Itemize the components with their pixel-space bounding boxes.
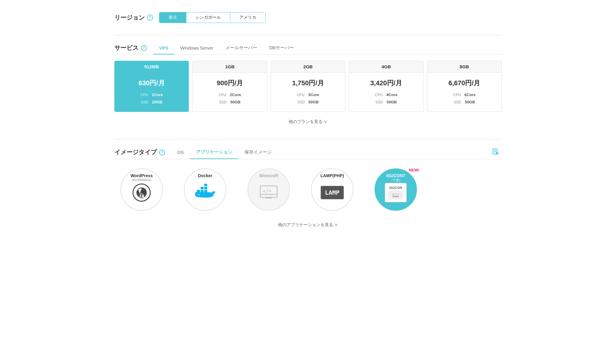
- svg-rect-8: [204, 190, 207, 192]
- plan-body-8gb: 6,670円/月 CPU 6Core SSD 50GB: [428, 73, 501, 112]
- app-item-isucon[interactable]: NEW! ISUCON7 (予選) ISUCON 📖: [369, 168, 423, 211]
- service-header: サービス ? VPS Windows Server メールサーバー DBサーバー: [114, 41, 502, 54]
- region-tab-tokyo[interactable]: 東京: [159, 12, 186, 23]
- region-tabs: 東京 シンガポール アメリカ: [159, 12, 266, 23]
- plan-price-8gb: 6,670円/月: [432, 79, 496, 88]
- service-tab-mail[interactable]: メールサーバー: [219, 41, 263, 54]
- plan-price-4gb: 3,420円/月: [354, 79, 418, 88]
- plan-header-4gb: 4GB: [349, 61, 423, 73]
- plan-price-1gb: 900円/月: [198, 79, 262, 88]
- svg-text:</>: </>: [263, 188, 271, 194]
- plan-card-1gb[interactable]: 1GB 900円/月 CPU 2Core SSD 50GB: [192, 61, 267, 112]
- image-section: イメージタイプ ? OS アプリケーション 保存イメージ: [114, 145, 502, 230]
- service-help-icon[interactable]: ?: [141, 45, 147, 51]
- app-name-minecraft: Minecraft: [248, 173, 289, 178]
- image-type-title: イメージタイプ: [114, 148, 157, 156]
- new-badge-isucon: NEW!: [409, 168, 419, 172]
- svg-rect-7: [201, 190, 204, 192]
- plan-body-4gb: 3,420円/月 CPU 4Core SSD 50GB: [349, 73, 423, 112]
- plan-card-2gb[interactable]: 2GB 1,750円/月 CPU 3Core SSD 50GB: [271, 61, 345, 112]
- divider-1: [114, 35, 502, 35]
- region-tab-america[interactable]: アメリカ: [230, 12, 265, 23]
- plan-card-512mb[interactable]: 512MB 630円/月 CPU 1Core SSD 20GB: [114, 61, 189, 112]
- plan-price-512mb: 630円/月: [120, 79, 184, 88]
- app-circle-isucon: ISUCON7 (予選) ISUCON 📖: [375, 168, 417, 211]
- app-icon-wordpress: [133, 184, 151, 202]
- image-section-header: イメージタイプ ? OS アプリケーション 保存イメージ: [114, 145, 502, 159]
- app-name-lamp: LAMP(PHP): [312, 173, 353, 178]
- image-tab-saved[interactable]: 保存イメージ: [238, 146, 278, 159]
- app-icon-minecraft: </>: [260, 185, 278, 200]
- service-tab-windows[interactable]: Windows Server: [174, 42, 219, 54]
- plan-body-2gb: 1,750円/月 CPU 3Core SSD 50GB: [271, 73, 345, 112]
- plan-header-2gb: 2GB: [271, 61, 345, 73]
- plan-price-2gb: 1,750円/月: [276, 79, 340, 88]
- svg-rect-10: [204, 187, 207, 189]
- svg-rect-11: [204, 184, 207, 186]
- plan-specs-2gb: CPU 3Core SSD 50GB: [276, 91, 340, 106]
- app-item-lamp[interactable]: LAMP(PHP) LAMP: [305, 168, 359, 211]
- app-name-wordpress: WordPress: [121, 173, 162, 178]
- divider-2: [114, 139, 502, 139]
- app-name-isucon: ISUCON7: [375, 173, 416, 178]
- see-more-apps[interactable]: 他のアプリケーションを見る ∨: [114, 220, 502, 230]
- plan-specs-8gb: CPU 6Core SSD 50GB: [432, 91, 496, 106]
- app-item-wordpress[interactable]: WordPress (KUSANAGI): [114, 168, 169, 211]
- image-search-icon[interactable]: [490, 145, 502, 159]
- service-tabs: VPS Windows Server メールサーバー DBサーバー: [153, 41, 502, 54]
- image-tab-app[interactable]: アプリケーション: [190, 146, 238, 159]
- app-icon-isucon: ISUCON 📖: [385, 183, 407, 202]
- app-icon-lamp: LAMP: [321, 186, 344, 199]
- plan-body-512mb: 630円/月 CPU 1Core SSD 20GB: [115, 73, 188, 112]
- svg-line-5: [498, 154, 499, 155]
- app-item-docker[interactable]: Docker: [178, 168, 232, 211]
- app-circle-docker: Docker: [184, 168, 226, 211]
- plan-specs-512mb: CPU 1Core SSD 20GB: [120, 91, 184, 106]
- page-container: リージョン ? 東京 シンガポール アメリカ サービス ? VPS Window…: [96, 0, 520, 242]
- app-item-minecraft[interactable]: Minecraft </>: [241, 168, 296, 211]
- svg-rect-9: [201, 187, 204, 189]
- image-type-help-icon[interactable]: ?: [159, 149, 165, 155]
- plan-body-1gb: 900円/月 CPU 2Core SSD 50GB: [193, 73, 267, 112]
- app-circle-wordpress: WordPress (KUSANAGI): [120, 168, 163, 211]
- region-title: リージョン: [114, 14, 145, 22]
- service-tab-vps[interactable]: VPS: [153, 42, 174, 54]
- service-section: サービス ? VPS Windows Server メールサーバー DBサーバー…: [114, 41, 502, 127]
- plan-header-1gb: 1GB: [193, 61, 267, 73]
- svg-point-13: [198, 194, 199, 195]
- region-header: リージョン ? 東京 シンガポール アメリカ: [114, 12, 502, 23]
- see-more-plans[interactable]: 他のプランを見る ∨: [114, 117, 502, 127]
- app-name-docker: Docker: [185, 173, 226, 178]
- plan-card-8gb[interactable]: 8GB 6,670円/月 CPU 6Core SSD 50GB: [427, 61, 502, 112]
- app-circle-lamp: LAMP(PHP) LAMP: [311, 168, 353, 211]
- plans-grid: 512MB 630円/月 CPU 1Core SSD 20GB 1GB 900円…: [114, 61, 502, 112]
- app-circle-minecraft: Minecraft </>: [247, 168, 290, 211]
- plan-specs-1gb: CPU 2Core SSD 50GB: [198, 91, 262, 106]
- service-title: サービス: [114, 44, 139, 52]
- chevron-down-apps-icon: ∨: [334, 222, 338, 227]
- plan-card-4gb[interactable]: 4GB 3,420円/月 CPU 4Core SSD 50GB: [349, 61, 423, 112]
- chevron-down-icon: ∨: [324, 119, 327, 124]
- app-sub-isucon: (予選): [375, 178, 416, 183]
- plan-specs-4gb: CPU 4Core SSD 50GB: [354, 91, 418, 106]
- image-tab-os[interactable]: OS: [171, 146, 190, 158]
- region-help-icon[interactable]: ?: [147, 15, 153, 21]
- region-tab-singapore[interactable]: シンガポール: [186, 12, 230, 23]
- region-section: リージョン ? 東京 シンガポール アメリカ: [114, 12, 502, 23]
- app-icon-docker: [195, 184, 216, 201]
- image-tabs: OS アプリケーション 保存イメージ: [171, 146, 490, 159]
- plan-header-8gb: 8GB: [428, 61, 501, 73]
- plan-header-512mb: 512MB: [115, 61, 188, 73]
- service-tab-db[interactable]: DBサーバー: [263, 41, 300, 54]
- app-sub-wordpress: (KUSANAGI): [121, 178, 162, 182]
- app-grid: WordPress (KUSANAGI): [114, 168, 502, 211]
